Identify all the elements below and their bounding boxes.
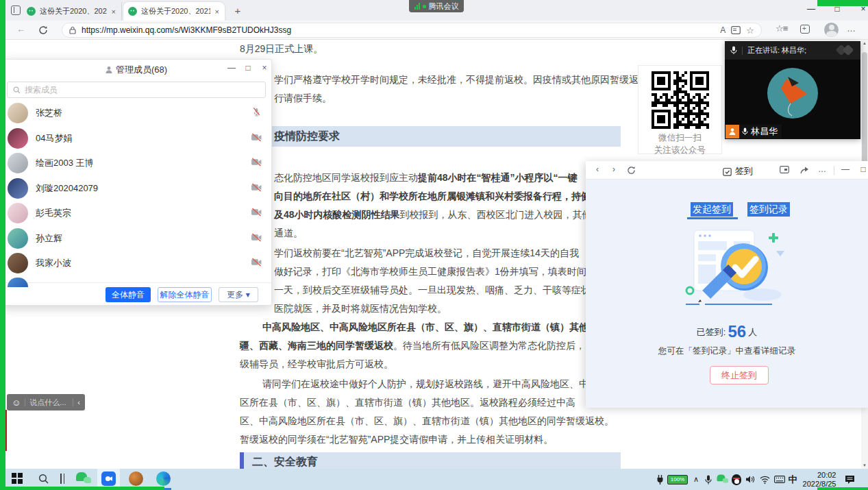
speaking-label: 正在讲话: 林昌华; [747, 45, 830, 56]
meeting-chat-bar[interactable]: ☺ 说点什么... ‹ [7, 394, 85, 411]
qr-code [652, 71, 709, 129]
member-row[interactable]: 04马梦娟 [1, 126, 271, 151]
cam-off-icon[interactable] [249, 182, 263, 195]
forward-icon[interactable]: › [608, 164, 620, 174]
meeting-pill-label: 腾讯会议 [429, 1, 459, 12]
tab-actions-icon[interactable] [11, 5, 21, 15]
meeting-status-pill[interactable]: 腾讯会议 [409, 0, 464, 12]
add-favorite-icon[interactable]: ☆ [746, 25, 754, 36]
cam-off-icon[interactable] [249, 257, 263, 269]
cam-off-icon[interactable] [249, 232, 263, 245]
tray-wechat-icon[interactable] [715, 469, 729, 490]
tab-close-icon[interactable]: × [111, 8, 116, 16]
favorites-bar-icon[interactable]: ☆≡ [776, 23, 787, 34]
refresh-icon[interactable] [627, 166, 636, 175]
member-search-input[interactable]: 搜索成员 [7, 82, 266, 98]
taskbar-edge-button[interactable] [152, 469, 174, 488]
member-row[interactable]: 刘璇202042079 [1, 176, 271, 201]
collections-icon[interactable] [800, 25, 810, 34]
article-line: 一天，到校后交至班级辅导员处。一旦出现发热、咽痛、乏力、干咳等症状， [274, 284, 600, 296]
maximize-icon[interactable]: □ [857, 164, 868, 174]
refresh-icon[interactable] [38, 25, 48, 35]
cam-off-icon[interactable] [249, 132, 263, 145]
taskbar-search-button[interactable] [33, 469, 53, 488]
article-section-header-2: 二、安全教育 [240, 452, 621, 469]
tray-mic-icon[interactable] [703, 469, 714, 490]
panel-minimize-button[interactable]: — [225, 63, 238, 73]
read-aloud-icon[interactable]: A [720, 25, 726, 35]
article-line: 行请假手续。 [274, 92, 332, 104]
signin-illustration [682, 225, 791, 308]
section-title: 二、安全教育 [252, 455, 318, 469]
member-avatar [8, 228, 28, 249]
meeting-video-panel[interactable]: 正在讲话: 林昌华; 林昌华 [725, 41, 860, 139]
member-panel-footer: 全体静音 解除全体静音 更多 ▾ [1, 282, 271, 305]
emoji-icon[interactable]: ☺ [12, 397, 21, 408]
tab-close-icon[interactable]: × [214, 8, 220, 16]
article-line: 8月29日正式上课。 [240, 42, 323, 55]
taskbar-wechat-button[interactable] [73, 469, 95, 488]
popup-window-icon[interactable] [780, 166, 789, 174]
browser-tab-2-active[interactable]: 这份关于2020、2021级同学开学 × [123, 2, 225, 21]
article-line: 学们严格遵守学校开学时间规定，未经批准，不得提前返校。因疫情或其他原因暂缓返 [274, 73, 638, 86]
cam-off-icon[interactable] [249, 157, 263, 169]
cam-off-icon[interactable] [249, 207, 263, 219]
scroll-up-icon[interactable]: ▲ [861, 41, 868, 45]
stop-signin-button[interactable]: 终止签到 [710, 366, 769, 384]
search-icon [13, 86, 21, 94]
panel-maximize-button[interactable]: □ [242, 63, 254, 73]
member-avatar [8, 153, 28, 173]
tencent-meeting-watermark-icon [834, 45, 855, 56]
browser-tab-1[interactable]: 这份关于2020、2021级同学开学 × [22, 2, 122, 21]
ime-indicator[interactable]: 中 [786, 469, 799, 490]
member-avatar [8, 178, 28, 199]
hidden-icons-chevron[interactable]: ∧ [691, 469, 702, 490]
member-row[interactable]: 彭毛英宗 [1, 201, 271, 226]
scroll-down-icon[interactable]: ▼ [861, 463, 868, 467]
chat-input-placeholder[interactable]: 说点什么... [29, 397, 69, 408]
tab-start-signin[interactable]: 发起签到 [691, 202, 733, 217]
battery-indicator[interactable]: 100% [666, 469, 689, 490]
keyboard-icon[interactable] [773, 469, 786, 490]
signed-count: 56 [728, 322, 746, 341]
new-tab-button[interactable]: + [232, 5, 244, 16]
share-icon[interactable] [800, 166, 809, 174]
taskbar-meeting-button[interactable] [97, 469, 120, 488]
article-line: 暂缓返校的同学须在“北艺智苑”APP提交请假申请，并上传相关证明材料。 [240, 433, 553, 445]
member-name: 刘璇202042079 [36, 182, 249, 195]
member-row[interactable]: 孙立辉 [1, 226, 271, 252]
back-icon[interactable]: ‹ [591, 164, 604, 174]
signed-count-line: 已签到:56人 [586, 322, 868, 341]
more-icon[interactable]: … [816, 164, 828, 174]
wifi-icon[interactable] [758, 469, 771, 490]
tray-qq-icon[interactable] [730, 469, 743, 490]
collapse-icon[interactable]: ‹ [77, 398, 80, 406]
member-row[interactable]: 张芝桥 [1, 101, 271, 126]
start-button[interactable] [7, 469, 27, 488]
mic-off-icon[interactable] [249, 107, 263, 120]
mute-all-button[interactable]: 全体静音 [106, 287, 151, 302]
active-tab-underline [687, 217, 738, 219]
taskbar-app-button[interactable] [125, 469, 147, 488]
member-panel-header: 管理成员(68) — □ × [1, 60, 271, 79]
panel-close-button[interactable]: × [258, 63, 271, 73]
more-button[interactable]: 更多 ▾ [219, 287, 258, 302]
back-button[interactable]: ← [16, 24, 25, 34]
tab-signin-record[interactable]: 签到记录 [747, 202, 790, 217]
article-line: 区、中高风险地区所在县（市、区、旗）、直辖市街道（镇）其他地区的同学暂缓返校。 [240, 415, 614, 427]
member-row[interactable]: 绘画2003 王博 [1, 151, 271, 176]
tab-title: 这份关于2020、2021级同学开学 [40, 6, 107, 16]
signin-title: 签到 [723, 165, 753, 177]
member-row[interactable]: 我家小波 [1, 251, 271, 276]
unmute-all-button[interactable]: 解除全体静音 [158, 287, 212, 302]
minimize-icon[interactable]: — [839, 164, 852, 174]
reading-mode-icon[interactable] [731, 26, 741, 34]
article-line: 请同学们在返校途中做好个人防护，规划好返校路线，避开中高风险地区、中高 [262, 378, 598, 390]
divider [834, 166, 834, 175]
member-avatar [8, 203, 28, 223]
url-bar[interactable]: https://mp.weixin.qq.com/s/Wi3KKMF9sB2TU… [62, 23, 762, 38]
volume-icon[interactable] [744, 469, 756, 490]
profile-avatar[interactable] [824, 23, 839, 37]
settings-more-icon[interactable]: … [847, 23, 856, 34]
speaker-avatar [767, 68, 818, 119]
